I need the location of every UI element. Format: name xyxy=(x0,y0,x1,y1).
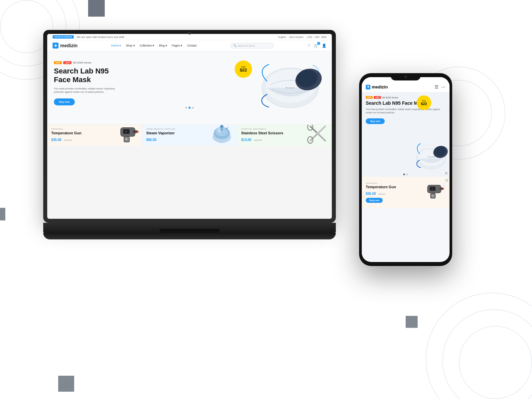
phone-product-image: 37° G xyxy=(422,181,446,204)
phone-product-price: $35.00 xyxy=(366,192,376,196)
cart-icon-wrap[interactable]: 🛒 0 xyxy=(314,43,319,48)
hero-dot-3[interactable] xyxy=(192,107,194,109)
phone-hero-title: Search Lab N95 Face Mask xyxy=(366,100,446,106)
phone-camera xyxy=(404,75,407,78)
product-image-1: 37° G xyxy=(114,125,140,146)
laptop-body: COVID-19 UPDATE We are open with limited… xyxy=(43,30,336,223)
svg-text:37°: 37° xyxy=(125,131,128,133)
phone-device: ✚ medizin ☰ ⋯ ↗ ⊕ ⊞ 🛒 HOT -10% xyxy=(359,73,452,266)
phone-hero-dots xyxy=(362,172,450,177)
announcement-text: We are open with limited hours and staff… xyxy=(77,36,125,39)
phone-product-old-price: $45.00 xyxy=(378,193,385,195)
temp-gun-svg: 37° G xyxy=(114,125,140,144)
phone-hero-section: HOT -10% 3M 6000 Series Search Lab N95 F… xyxy=(362,92,450,172)
phone-badge-hot: HOT xyxy=(366,96,373,99)
phone-product-card[interactable]: PERSONAL Temperature Gun $35.00 $45.00 S… xyxy=(362,177,450,208)
svg-text:37°: 37° xyxy=(432,188,434,190)
phone-logo-icon: ✚ xyxy=(366,85,370,89)
product-old-price-3: $16.00 xyxy=(254,139,262,142)
site-logo[interactable]: ✚ medizin xyxy=(53,43,77,49)
product-image-2 xyxy=(208,125,235,146)
nav-item-home[interactable]: Home ▾ xyxy=(111,44,121,47)
language-selector[interactable]: English xyxy=(278,36,286,38)
laptop-stand xyxy=(43,233,336,239)
user-icon[interactable]: 👤 xyxy=(322,44,327,48)
svg-text:G: G xyxy=(125,138,127,140)
hero-price: $22 xyxy=(240,68,247,72)
wishlist-icon[interactable]: ♡ xyxy=(307,44,311,48)
svg-point-20 xyxy=(220,125,223,128)
phone-mask-svg: ✚ medizin xyxy=(415,140,448,170)
product-price-1: $35.00 xyxy=(51,138,62,142)
laptop-base xyxy=(43,223,336,233)
cart-badge: 0 xyxy=(317,42,320,45)
phone-hero-buy-button[interactable]: Buy now xyxy=(366,118,385,124)
laptop-camera xyxy=(188,32,191,35)
phone-temp-gun-svg: 37° G xyxy=(422,181,446,204)
hero-badge-hot: HOT xyxy=(54,61,62,64)
site-navigation: ✚ medizin Home ▾ Shop ▾ Collection ▾ Blo… xyxy=(47,40,332,51)
bg-square-4 xyxy=(406,316,418,328)
phone-hero-desc: This mask provides comfortable, reliable… xyxy=(366,108,446,114)
steam-vap-svg xyxy=(208,125,235,144)
hero-description: This mask provides comfortable, reliable… xyxy=(54,87,120,94)
hero-dot-2[interactable] xyxy=(189,107,191,109)
phone-more-icon[interactable]: ⋯ xyxy=(441,84,446,89)
nav-item-pages[interactable]: Pages ▾ xyxy=(172,44,182,47)
svg-line-31 xyxy=(318,134,325,141)
product-price-2: $86.00 xyxy=(146,138,157,142)
nav-menu: Home ▾ Shop ▾ Collection ▾ Blog ▾ Pages … xyxy=(111,44,197,47)
product-old-price-1: $45.00 xyxy=(64,139,72,142)
nav-item-blog[interactable]: Blog ▾ xyxy=(159,44,167,47)
circle-ring-4 xyxy=(426,293,532,399)
hero-badge-discount: -10% xyxy=(63,61,71,64)
search-placeholder: Search for items... xyxy=(238,45,257,47)
product-card-steam-vap[interactable]: HOME MEDICAL SUPPLIES Steam Vaporizer $8… xyxy=(142,125,237,146)
phone-product-pricing: $35.00 $45.00 xyxy=(366,190,396,196)
nav-search[interactable]: 🔍 Search for items... xyxy=(230,43,274,49)
store-location[interactable]: Store location xyxy=(289,36,304,38)
hero-price-bubble: Only $22 xyxy=(235,61,252,78)
hero-buy-button[interactable]: Buy now xyxy=(54,98,75,105)
nav-item-shop[interactable]: Shop ▾ xyxy=(126,44,135,47)
laptop-device: COVID-19 UPDATE We are open with limited… xyxy=(43,30,336,249)
phone-notch xyxy=(391,73,421,80)
phone-price-bubble: Only $22 xyxy=(417,95,431,110)
phone-dot-1[interactable] xyxy=(403,174,405,175)
circle-ring-6 xyxy=(459,326,532,399)
phone-price: $22 xyxy=(421,102,427,106)
hero-section: HOT -10% 3M 6000 Series Search Lab N95 F… xyxy=(47,51,332,124)
product-card-scissors[interactable]: HOSPITAL EQUIPMENT Stainless Steel Sciss… xyxy=(237,125,332,146)
phone-shop-button[interactable]: Shop now xyxy=(366,198,383,203)
hero-product-image: ✚ medizin xyxy=(252,51,329,118)
phone-menu-icon[interactable]: ☰ xyxy=(435,84,439,89)
covid-badge: COVID-19 UPDATE xyxy=(53,35,74,39)
bg-square-3 xyxy=(58,376,74,392)
hero-series: 3M 6000 Series xyxy=(73,61,91,64)
phone-product-category: PERSONAL xyxy=(366,182,396,184)
phone-nav-icons: ☰ ⋯ xyxy=(435,84,446,89)
phone-sidebar-icon-4[interactable]: 🛒 xyxy=(445,178,449,182)
phone-product-name: Temperature Gun xyxy=(366,185,396,189)
phone-logo[interactable]: ✚ medizin xyxy=(366,84,388,89)
svg-text:G: G xyxy=(432,195,434,197)
phone-hero-badges: HOT -10% 3M 6000 Series xyxy=(366,96,446,99)
nav-item-collection[interactable]: Collection ▾ xyxy=(140,44,155,47)
product-card-temp-gun[interactable]: PERSONAL Temperature Gun $35.00 $45.00 3… xyxy=(47,125,142,146)
phone-hero-image: ✚ medizin xyxy=(415,140,448,170)
products-row: PERSONAL Temperature Gun $35.00 $45.00 3… xyxy=(47,124,332,146)
laptop-screen: COVID-19 UPDATE We are open with limited… xyxy=(47,34,332,219)
svg-point-24 xyxy=(227,127,228,128)
product-image-3 xyxy=(304,125,330,146)
phone-screen: ✚ medizin ☰ ⋯ ↗ ⊕ ⊞ 🛒 HOT -10% xyxy=(362,77,450,262)
mask-svg: ✚ medizin xyxy=(257,58,324,111)
phone-badge-discount: -10% xyxy=(374,96,381,99)
phone-dot-2[interactable] xyxy=(406,174,408,175)
phone-product-info: PERSONAL Temperature Gun $35.00 $45.00 S… xyxy=(366,182,396,203)
scissors-svg xyxy=(304,125,330,144)
product-price-3: $13.00 xyxy=(241,138,251,142)
nav-item-contact[interactable]: Contact xyxy=(187,44,197,47)
svg-line-30 xyxy=(318,126,325,133)
phone-number: (+88) · 1990 · 6886 xyxy=(307,36,327,38)
hero-dot-1[interactable] xyxy=(185,107,187,109)
